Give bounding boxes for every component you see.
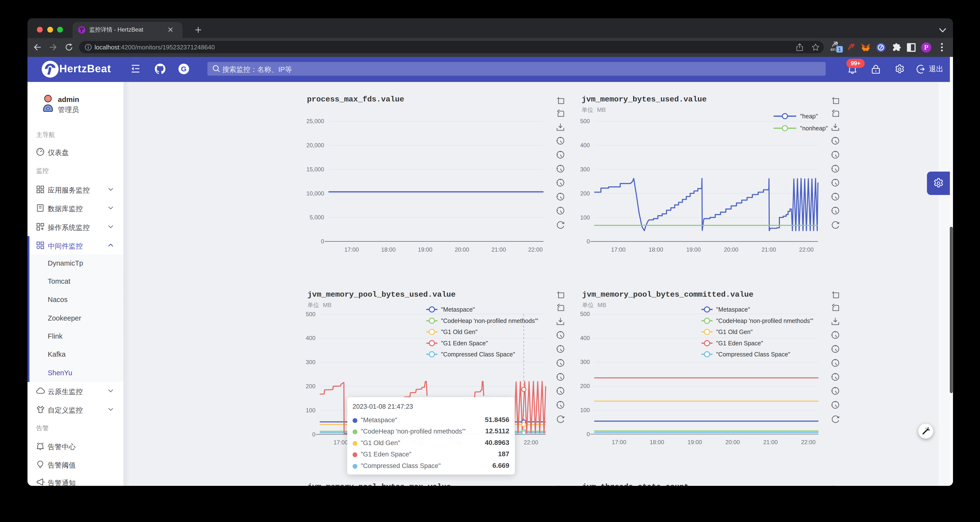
svg-text:500: 500 — [580, 118, 590, 124]
svg-text:400: 400 — [306, 335, 315, 341]
svg-text:17:00: 17:00 — [334, 439, 348, 446]
svg-text:400: 400 — [580, 142, 590, 148]
svg-text:"nonheap": "nonheap" — [800, 125, 828, 132]
svg-text:300: 300 — [580, 359, 590, 365]
svg-text:22:00: 22:00 — [799, 246, 814, 253]
svg-text:22:00: 22:00 — [528, 246, 542, 253]
svg-text:19:00: 19:00 — [686, 246, 701, 253]
svg-text:"G1 Old Gen": "G1 Old Gen" — [716, 328, 752, 335]
svg-text:"Compressed Class Space": "Compressed Class Space" — [441, 351, 515, 358]
svg-text:"CodeHeap 'non-profiled nmetho: "CodeHeap 'non-profiled nmethods'" — [716, 317, 813, 324]
svg-text:jvm_memory_pool_bytes_used.val: jvm_memory_pool_bytes_used.value — [307, 290, 456, 299]
svg-text:10,000: 10,000 — [307, 190, 324, 197]
svg-text:单位: 单位 — [307, 302, 319, 308]
svg-text:jvm_memory_pool_bytes_committe: jvm_memory_pool_bytes_committed.value — [582, 290, 754, 299]
svg-text:"heap": "heap" — [800, 113, 818, 119]
svg-text:100: 100 — [306, 407, 315, 414]
svg-text:18:00: 18:00 — [649, 246, 663, 253]
svg-text:MB: MB — [323, 302, 332, 308]
svg-text:18:00: 18:00 — [381, 246, 396, 253]
svg-text:"Metaspace": "Metaspace" — [441, 306, 475, 313]
svg-text:21:00: 21:00 — [492, 246, 506, 253]
svg-text:100: 100 — [580, 407, 590, 413]
svg-text:200: 200 — [580, 190, 590, 197]
svg-text:jvm_threads_state.count: jvm_threads_state.count — [582, 482, 689, 486]
svg-text:"G1 Eden Space": "G1 Eden Space" — [716, 340, 763, 347]
svg-text:17:00: 17:00 — [344, 246, 359, 253]
svg-text:500: 500 — [306, 311, 315, 317]
svg-text:200: 200 — [306, 383, 315, 389]
svg-text:22:00: 22:00 — [524, 439, 538, 446]
svg-text:21:00: 21:00 — [763, 439, 778, 445]
svg-text:19:00: 19:00 — [687, 439, 702, 445]
svg-text:5,000: 5,000 — [310, 214, 324, 221]
svg-text:300: 300 — [306, 359, 315, 365]
svg-text:process_max_fds.value: process_max_fds.value — [307, 95, 404, 104]
svg-text:"G1 Eden Space": "G1 Eden Space" — [441, 340, 488, 347]
svg-text:"CodeHeap 'non-profiled nmetho: "CodeHeap 'non-profiled nmethods'" — [441, 317, 538, 324]
svg-text:100: 100 — [580, 214, 590, 221]
svg-text:jvm_memory_bytes_used.value: jvm_memory_bytes_used.value — [582, 95, 706, 104]
svg-text:18:00: 18:00 — [650, 439, 664, 445]
svg-text:17:00: 17:00 — [611, 246, 625, 253]
svg-text:MB: MB — [597, 106, 606, 113]
svg-text:200: 200 — [580, 383, 590, 389]
svg-text:300: 300 — [580, 166, 590, 173]
svg-text:22:00: 22:00 — [801, 439, 816, 445]
svg-text:20,000: 20,000 — [307, 142, 324, 148]
svg-text:单位: 单位 — [582, 106, 593, 113]
svg-text:25,000: 25,000 — [307, 118, 324, 124]
svg-text:MB: MB — [598, 302, 606, 308]
svg-text:500: 500 — [580, 311, 590, 317]
svg-text:21:00: 21:00 — [762, 246, 776, 253]
svg-text:19:00: 19:00 — [418, 246, 433, 253]
svg-text:单位: 单位 — [582, 302, 594, 308]
svg-text:"Compressed Class Space": "Compressed Class Space" — [716, 351, 790, 358]
svg-text:20:00: 20:00 — [725, 439, 740, 445]
svg-text:20:00: 20:00 — [455, 246, 469, 253]
svg-text:0: 0 — [312, 431, 315, 438]
svg-text:"Metaspace": "Metaspace" — [716, 306, 750, 313]
svg-text:jvm_memory_pool_bytes_max.valu: jvm_memory_pool_bytes_max.value — [307, 482, 451, 486]
svg-text:0: 0 — [321, 238, 324, 244]
svg-text:0: 0 — [587, 431, 590, 438]
svg-text:20:00: 20:00 — [724, 246, 738, 253]
svg-text:0: 0 — [587, 238, 590, 244]
svg-text:"G1 Old Gen": "G1 Old Gen" — [441, 328, 477, 335]
svg-text:17:00: 17:00 — [612, 439, 626, 445]
svg-text:400: 400 — [580, 335, 590, 341]
svg-text:15,000: 15,000 — [307, 166, 324, 173]
